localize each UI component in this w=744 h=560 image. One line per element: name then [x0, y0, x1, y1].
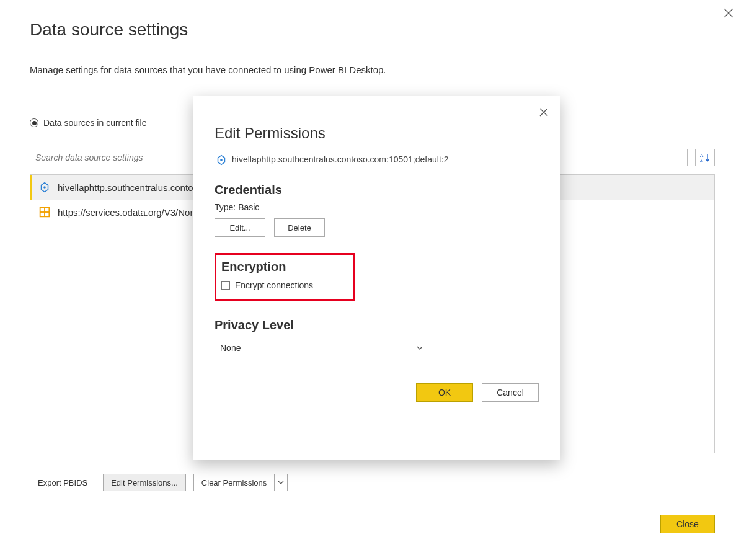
- edit-permissions-button[interactable]: Edit Permissions...: [103, 474, 186, 491]
- dialog-close-icon[interactable]: [539, 107, 549, 120]
- hive-connector-icon: [215, 153, 227, 166]
- close-icon[interactable]: [723, 7, 734, 21]
- clear-permissions-button[interactable]: Clear Permissions: [193, 474, 274, 491]
- edit-credentials-button[interactable]: Edit...: [215, 218, 265, 237]
- checkbox-unchecked-icon: [221, 281, 230, 290]
- chevron-down-icon: [417, 343, 423, 353]
- export-pbids-button[interactable]: Export PBIDS: [30, 474, 95, 491]
- page-subtitle: Manage settings for data sources that yo…: [30, 64, 386, 75]
- dialog-title: Edit Permissions: [215, 125, 539, 142]
- page-title: Data source settings: [30, 20, 188, 40]
- svg-text:Z: Z: [700, 158, 703, 163]
- ok-button[interactable]: OK: [416, 383, 473, 402]
- privacy-level-heading: Privacy Level: [215, 318, 539, 332]
- svg-rect-7: [41, 213, 45, 216]
- close-button[interactable]: Close: [660, 515, 715, 533]
- scope-radio-current-file[interactable]: Data sources in current file: [30, 118, 147, 128]
- hive-connector-icon: [38, 180, 51, 194]
- encryption-highlight-box: Encryption Encrypt connections: [215, 253, 355, 301]
- privacy-level-value: None: [220, 343, 241, 353]
- credentials-heading: Credentials: [215, 183, 539, 197]
- clear-permissions-split-button: Clear Permissions: [193, 474, 288, 491]
- dialog-datasource-label: hivellaphttp.southcentralus.contoso.com:…: [232, 154, 448, 164]
- radio-checked-icon: [30, 118, 38, 127]
- credential-type: Type: Basic: [215, 202, 539, 212]
- svg-point-3: [43, 186, 46, 189]
- encryption-heading: Encryption: [221, 260, 345, 274]
- svg-rect-6: [45, 208, 49, 212]
- svg-rect-8: [45, 213, 49, 216]
- scope-radio-label: Data sources in current file: [43, 118, 147, 128]
- encrypt-connections-label: Encrypt connections: [235, 280, 313, 290]
- clear-permissions-dropdown[interactable]: [274, 474, 288, 491]
- privacy-level-select[interactable]: None: [215, 339, 428, 357]
- cancel-button[interactable]: Cancel: [482, 383, 539, 402]
- edit-permissions-dialog: Edit Permissions hivellaphttp.southcentr…: [193, 96, 560, 460]
- encrypt-connections-checkbox[interactable]: Encrypt connections: [221, 280, 345, 290]
- delete-credentials-button[interactable]: Delete: [274, 218, 325, 237]
- odata-connector-icon: [38, 205, 51, 219]
- chevron-down-icon: [278, 478, 284, 487]
- sort-button[interactable]: A Z: [695, 149, 715, 166]
- svg-rect-5: [41, 208, 45, 212]
- svg-point-10: [220, 159, 223, 161]
